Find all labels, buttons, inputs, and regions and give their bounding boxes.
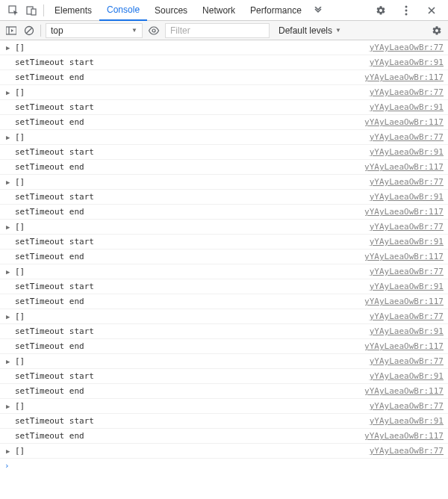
console-row[interactable]: setTimeout endyYAyLaeaOwBr:117 [0, 160, 448, 175]
device-toggle-icon[interactable] [25, 4, 37, 16]
console-output[interactable]: ▶[]yYAyLaeaOwBr:77setTimeout startyYAyLa… [0, 40, 448, 499]
console-row[interactable]: ▶[]yYAyLaeaOwBr:77 [0, 175, 448, 190]
source-link[interactable]: yYAyLaeaOwBr:77 [370, 87, 444, 97]
source-link[interactable]: yYAyLaeaOwBr:117 [364, 162, 444, 172]
console-row[interactable]: setTimeout endyYAyLaeaOwBr:117 [0, 70, 448, 85]
console-row[interactable]: setTimeout endyYAyLaeaOwBr:117 [0, 339, 448, 354]
source-link[interactable]: yYAyLaeaOwBr:117 [364, 207, 444, 217]
source-link[interactable]: yYAyLaeaOwBr:117 [364, 297, 444, 306]
disclosure-triangle-icon[interactable]: ▶ [6, 313, 10, 320]
console-message: setTimeout start [15, 326, 370, 336]
console-row[interactable]: setTimeout startyYAyLaeaOwBr:91 [0, 190, 448, 205]
disclosure-triangle-icon[interactable]: ▶ [6, 134, 10, 141]
disclosure-triangle-icon[interactable]: ▶ [6, 403, 10, 410]
source-link[interactable]: yYAyLaeaOwBr:77 [370, 401, 444, 411]
log-levels-selector[interactable]: Default levels ▼ [274, 23, 346, 38]
console-message: setTimeout end [15, 72, 364, 82]
console-row[interactable]: ▶[]yYAyLaeaOwBr:77 [0, 130, 448, 145]
devtools-tab-bar: Elements Console Sources Network Perform… [0, 0, 448, 21]
console-message: [] [15, 401, 370, 411]
console-row[interactable]: setTimeout startyYAyLaeaOwBr:91 [0, 145, 448, 160]
source-link[interactable]: yYAyLaeaOwBr:117 [364, 431, 444, 441]
console-row[interactable]: ▶[]yYAyLaeaOwBr:77 [0, 444, 448, 459]
source-link[interactable]: yYAyLaeaOwBr:117 [364, 341, 444, 351]
svg-rect-2 [31, 9, 36, 15]
source-link[interactable]: yYAyLaeaOwBr:77 [370, 356, 444, 366]
tab-elements[interactable]: Elements [47, 0, 99, 21]
disclosure-triangle-icon[interactable]: ▶ [6, 268, 10, 276]
source-link[interactable]: yYAyLaeaOwBr:117 [364, 72, 444, 82]
kebab-menu-icon[interactable] [400, 4, 412, 16]
source-link[interactable]: yYAyLaeaOwBr:91 [370, 147, 444, 157]
sidebar-toggle-icon[interactable] [4, 24, 18, 37]
console-message: setTimeout start [15, 371, 370, 381]
source-link[interactable]: yYAyLaeaOwBr:117 [364, 117, 444, 127]
source-link[interactable]: yYAyLaeaOwBr:91 [370, 282, 444, 291]
source-link[interactable]: yYAyLaeaOwBr:77 [370, 267, 444, 276]
source-link[interactable]: yYAyLaeaOwBr:117 [364, 386, 444, 396]
console-row[interactable]: ▶[]yYAyLaeaOwBr:77 [0, 354, 448, 369]
console-message: [] [15, 87, 370, 97]
inspect-icon[interactable] [7, 4, 19, 16]
tab-console[interactable]: Console [99, 0, 147, 21]
tab-sources[interactable]: Sources [147, 0, 195, 21]
source-link[interactable]: yYAyLaeaOwBr:91 [370, 237, 444, 247]
disclosure-triangle-icon[interactable]: ▶ [6, 447, 10, 455]
console-row[interactable]: ▶[]yYAyLaeaOwBr:77 [0, 85, 448, 100]
console-settings-icon[interactable] [430, 24, 444, 37]
disclosure-triangle-icon[interactable]: ▶ [6, 44, 10, 52]
source-link[interactable]: yYAyLaeaOwBr:117 [364, 252, 444, 261]
console-row[interactable]: setTimeout endyYAyLaeaOwBr:117 [0, 115, 448, 130]
console-row[interactable]: setTimeout endyYAyLaeaOwBr:117 [0, 205, 448, 220]
source-link[interactable]: yYAyLaeaOwBr:91 [370, 58, 444, 67]
disclosure-triangle-icon[interactable]: ▶ [6, 179, 10, 186]
disclosure-triangle-icon[interactable]: ▶ [6, 89, 10, 96]
source-link[interactable]: yYAyLaeaOwBr:91 [370, 371, 444, 381]
disclosure-triangle-icon[interactable]: ▶ [6, 223, 10, 231]
more-tabs-icon[interactable] [312, 4, 324, 16]
source-link[interactable]: yYAyLaeaOwBr:77 [370, 312, 444, 321]
console-row[interactable]: setTimeout startyYAyLaeaOwBr:91 [0, 279, 448, 294]
clear-console-icon[interactable] [22, 24, 36, 37]
console-row[interactable]: setTimeout startyYAyLaeaOwBr:91 [0, 369, 448, 384]
tab-performance[interactable]: Performance [243, 0, 309, 21]
console-row[interactable]: ▶[]yYAyLaeaOwBr:77 [0, 264, 448, 279]
console-row[interactable]: setTimeout startyYAyLaeaOwBr:91 [0, 100, 448, 115]
source-link[interactable]: yYAyLaeaOwBr:77 [370, 446, 444, 456]
context-selector-value: top [51, 25, 63, 36]
console-row[interactable]: setTimeout startyYAyLaeaOwBr:91 [0, 235, 448, 250]
console-message: setTimeout start [15, 192, 370, 202]
console-row[interactable]: setTimeout endyYAyLaeaOwBr:117 [0, 384, 448, 399]
live-expression-icon[interactable] [147, 24, 161, 37]
context-selector[interactable]: top ▼ [46, 23, 143, 38]
source-link[interactable]: yYAyLaeaOwBr:77 [370, 43, 444, 52]
svg-point-5 [405, 13, 408, 15]
console-row[interactable]: setTimeout endyYAyLaeaOwBr:117 [0, 294, 448, 309]
source-link[interactable]: yYAyLaeaOwBr:91 [370, 102, 444, 112]
disclosure-triangle-icon[interactable]: ▶ [6, 358, 10, 365]
console-row[interactable]: setTimeout endyYAyLaeaOwBr:117 [0, 429, 448, 444]
console-row[interactable]: setTimeout endyYAyLaeaOwBr:117 [0, 250, 448, 264]
console-row[interactable]: ▶[]yYAyLaeaOwBr:77 [0, 220, 448, 235]
console-row[interactable]: ▶[]yYAyLaeaOwBr:77 [0, 399, 448, 414]
filter-input[interactable] [165, 23, 270, 38]
console-message: [] [15, 356, 370, 366]
console-message: setTimeout end [15, 117, 364, 127]
source-link[interactable]: yYAyLaeaOwBr:91 [370, 192, 444, 202]
console-row[interactable]: ▶[]yYAyLaeaOwBr:77 [0, 309, 448, 324]
console-row[interactable]: setTimeout startyYAyLaeaOwBr:91 [0, 324, 448, 339]
close-icon[interactable] [426, 4, 438, 16]
console-prompt[interactable]: › [0, 459, 448, 473]
console-row[interactable]: setTimeout startyYAyLaeaOwBr:91 [0, 414, 448, 429]
console-row[interactable]: ▶[]yYAyLaeaOwBr:77 [0, 40, 448, 55]
tab-network[interactable]: Network [195, 0, 243, 21]
console-message: setTimeout end [15, 252, 364, 261]
source-link[interactable]: yYAyLaeaOwBr:77 [370, 132, 444, 142]
source-link[interactable]: yYAyLaeaOwBr:91 [370, 326, 444, 336]
console-message: setTimeout end [15, 207, 364, 217]
source-link[interactable]: yYAyLaeaOwBr:77 [370, 222, 444, 232]
source-link[interactable]: yYAyLaeaOwBr:77 [370, 177, 444, 187]
source-link[interactable]: yYAyLaeaOwBr:91 [370, 416, 444, 426]
settings-icon[interactable] [375, 4, 387, 16]
console-row[interactable]: setTimeout startyYAyLaeaOwBr:91 [0, 55, 448, 70]
